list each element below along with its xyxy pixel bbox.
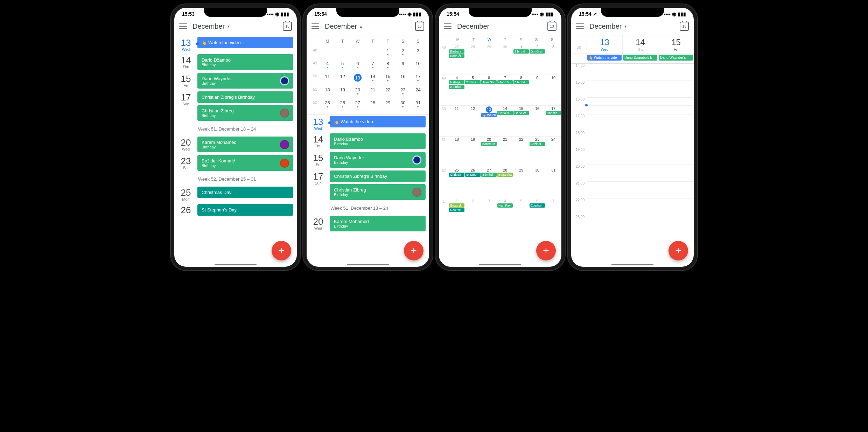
mini-day[interactable]: 27 [350,100,365,107]
mini-day[interactable]: 25 [320,100,335,107]
hour-slot[interactable] [587,148,694,165]
month-chip[interactable]: Bugarsk [449,203,464,208]
month-cell[interactable]: 11 [449,106,465,136]
event-item[interactable]: Karem MohamedBirthday [197,137,293,152]
month-cell[interactable]: 28Bugarska [497,167,513,198]
month-cell[interactable]: 15Dario W [513,106,529,136]
mini-day[interactable] [365,48,380,55]
event-item[interactable]: Christian Zibreg's Birthday [197,91,293,103]
month-cell[interactable]: 6Epiphan [529,198,545,229]
month-cell[interactable]: 4Ivan Pav [497,198,513,229]
month-cell[interactable]: 27BarbaraBoris Ži [449,44,465,75]
mini-day[interactable]: 31 [411,100,426,107]
mini-day[interactable]: 14 [365,74,380,82]
mini-day[interactable]: 11 [320,74,335,82]
add-button[interactable]: + [536,241,556,260]
month-cell[interactable]: 3 [545,44,561,75]
month-chip[interactable]: New Ye [449,208,464,212]
hour-slot[interactable] [587,165,694,181]
mini-day[interactable]: 12 [335,74,350,82]
month-cell[interactable]: 21 [497,137,513,167]
month-cell[interactable]: 1BugarskNew Ye [449,198,465,229]
month-chip[interactable]: Dario W [513,111,529,115]
month-chip[interactable]: 👆 Watch [481,113,497,117]
month-cell[interactable]: 7Mario V [497,75,513,105]
month-cell[interactable]: 29 [513,167,529,198]
month-chip[interactable]: 2 birthd [449,85,464,89]
month-cell[interactable]: 26St Step [465,167,481,198]
month-chip[interactable]: Ivan Pav [497,203,513,208]
mini-day[interactable]: 2 [396,48,411,55]
mini-day[interactable] [320,48,335,55]
month-cell[interactable]: 24 [545,137,561,167]
mini-day[interactable]: 16 [396,74,411,82]
day-column-header[interactable]: 13Wed [587,35,622,54]
month-chip[interactable]: Karem M [481,142,497,146]
month-chip[interactable]: St Step [465,173,481,177]
month-chip[interactable]: Natalija [449,80,464,84]
event-item[interactable]: Dario WaynderBirthday [330,152,426,168]
hour-slot[interactable] [587,215,694,232]
event-item[interactable]: Karem MohamedBirthday [330,216,426,231]
mini-month[interactable]: MTWTFSS 48123494567891050111213141516175… [307,35,429,114]
mini-day[interactable]: 20 [350,87,365,95]
month-cell[interactable]: 2Jim Gre [529,44,545,75]
month-chip[interactable]: 2 birthd [513,49,529,54]
month-cell[interactable]: 273 birthd [481,167,497,198]
month-cell[interactable]: 31 [545,167,561,198]
mini-day[interactable]: 6 [350,61,365,68]
add-button[interactable]: + [404,241,424,260]
month-dropdown[interactable]: December▲ [325,22,410,30]
mini-day[interactable]: 22 [380,87,396,95]
month-chip[interactable]: Tomica [465,80,481,84]
mini-day[interactable]: 23 [396,87,411,95]
mini-day[interactable]: 30 [396,100,411,107]
month-chip[interactable]: Barbara [449,49,464,54]
schedule-list[interactable]: 13Wed 👆Watch the video 14Thu Dario Džamb… [174,35,297,259]
today-button[interactable]: 13 [283,22,292,31]
mini-day[interactable]: 21 [365,87,380,95]
month-cell[interactable]: 20Karem M [481,137,497,167]
month-cell[interactable]: 3 [481,198,497,229]
mini-day[interactable]: 3 [411,48,426,55]
allday-chip[interactable]: 👆 Watch the vide [587,55,622,61]
month-chip[interactable]: Mario V [497,80,513,84]
mini-day[interactable]: 26 [335,100,350,107]
month-cell[interactable]: 30 [497,44,513,75]
event-item[interactable]: Christmas Day [197,187,293,198]
month-cell[interactable]: 9 [529,75,545,105]
mini-day[interactable]: 29 [380,100,396,107]
hour-slot[interactable] [587,81,694,97]
mini-day[interactable]: 10 [411,61,426,68]
day-column-header[interactable]: 14Thu [622,35,658,54]
add-button[interactable]: + [272,241,291,260]
month-chip[interactable]: 3 birthd [481,173,497,177]
schedule-list[interactable]: 13Wed 👆Watch the video 14Thu Dario Džamb… [307,114,429,255]
threeday-view[interactable]: 5013Wed14Thu15Fri 👆 Watch the videDario … [571,35,694,259]
month-cell[interactable]: 5Tomica [465,75,481,105]
hour-slot[interactable] [587,64,694,81]
menu-icon[interactable] [576,23,584,29]
month-cell[interactable]: 17Christia [545,106,561,136]
mini-day[interactable]: 13 [350,74,365,82]
day-column-header[interactable]: 15Fri [658,35,694,54]
event-item[interactable]: 👆Watch the video [330,116,426,127]
today-button[interactable]: 13 [680,22,689,31]
mini-day[interactable]: 15 [380,74,396,82]
month-cell[interactable]: 19 [465,137,481,167]
allday-chip[interactable]: Dario Džambo's b [623,55,657,61]
month-grid[interactable]: MTWTFSS 4827BarbaraBoris Ži28293012 birt… [439,35,561,259]
mini-day[interactable]: 1 [380,48,396,55]
month-cell[interactable]: 23Božidar [529,137,545,167]
today-button[interactable]: 13 [415,22,424,31]
month-cell[interactable]: 25Christm [449,167,465,198]
hour-slot[interactable] [587,181,694,198]
month-cell[interactable]: 10 [545,75,561,105]
month-chip[interactable]: 3 birthd [513,80,529,84]
mini-day[interactable]: 9 [396,61,411,68]
month-chip[interactable]: Christia [546,111,561,115]
month-cell[interactable]: 12 birthd [513,44,529,75]
month-chip[interactable]: Jim Gre [530,49,545,54]
month-cell[interactable]: 14Dario D [497,106,513,136]
month-dropdown[interactable]: December▼ [589,22,674,30]
